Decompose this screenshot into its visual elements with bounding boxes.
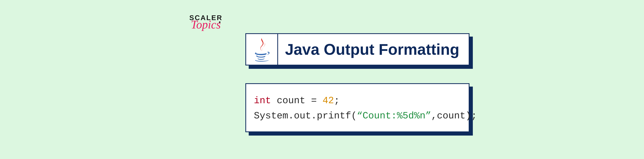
code-line-1: int count = 42; bbox=[254, 93, 461, 108]
code-text: ,count); bbox=[431, 110, 477, 121]
code-text: System.out.printf( bbox=[254, 110, 357, 121]
logo-line2: Topics bbox=[191, 19, 224, 30]
code-string: “Count:%5d%n” bbox=[357, 110, 431, 121]
title-card: Java Output Formatting bbox=[245, 33, 470, 66]
page-title: Java Output Formatting bbox=[285, 40, 459, 58]
title-card-body: Java Output Formatting bbox=[245, 33, 470, 66]
code-number: 42 bbox=[322, 95, 334, 106]
code-keyword: int bbox=[254, 95, 271, 106]
code-card: int count = 42; System.out.printf(“Count… bbox=[245, 83, 470, 132]
title-text-cell: Java Output Formatting bbox=[278, 34, 469, 65]
java-icon-cell bbox=[246, 34, 278, 65]
java-logo-icon bbox=[251, 36, 273, 62]
scaler-topics-logo: SCALER Topics bbox=[189, 14, 222, 30]
code-text: ; bbox=[334, 95, 340, 106]
code-text: count = bbox=[271, 95, 322, 106]
code-block: int count = 42; System.out.printf(“Count… bbox=[245, 83, 470, 132]
code-line-2: System.out.printf(“Count:%5d%n”,count); bbox=[254, 108, 461, 124]
